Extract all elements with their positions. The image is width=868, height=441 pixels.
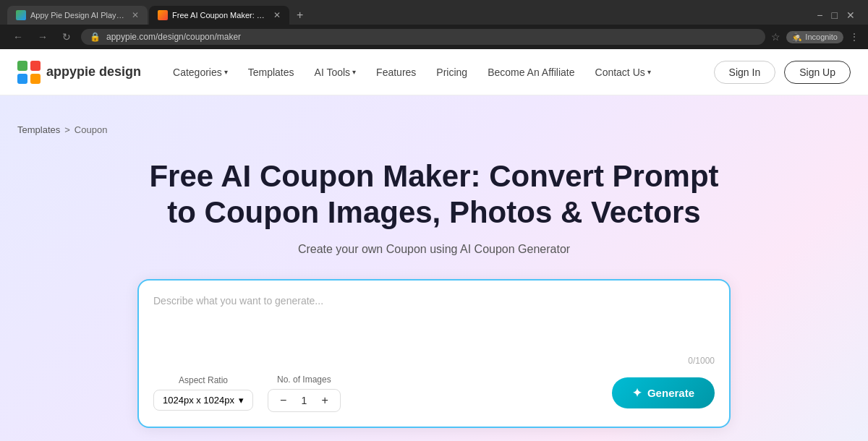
nav-templates[interactable]: Templates	[239, 61, 303, 84]
forward-button[interactable]: →	[33, 30, 52, 44]
aspect-ratio-select[interactable]: 1024px x 1024px ▾	[153, 390, 253, 411]
images-count: 1	[298, 395, 310, 406]
generator-footer: Aspect Ratio 1024px x 1024px ▾ No. of Im…	[153, 374, 715, 412]
tab-favicon-1	[16, 10, 26, 20]
menu-button[interactable]: ⋮	[849, 31, 859, 43]
tab-label-1: Appy Pie Design AI Playground	[30, 11, 124, 20]
aspect-ratio-section: Aspect Ratio 1024px x 1024px ▾	[153, 375, 253, 411]
window-controls: − □ ✕	[817, 9, 861, 21]
svg-rect-2	[17, 74, 27, 84]
breadcrumb-separator: >	[64, 124, 70, 135]
back-button[interactable]: ←	[9, 30, 27, 44]
generate-label: Generate	[647, 387, 694, 399]
minimize-button[interactable]: −	[817, 9, 822, 21]
contact-caret: ▾	[647, 68, 651, 76]
maximize-button[interactable]: □	[832, 9, 838, 21]
browser-addressbar: ← → ↻ 🔒 appypie.com/design/coupon/maker …	[0, 25, 868, 49]
signin-button[interactable]: Sign In	[714, 61, 776, 84]
aspect-ratio-label: Aspect Ratio	[153, 375, 253, 385]
navbar: appypie design Categories ▾ Templates AI…	[0, 49, 868, 95]
images-stepper: − 1 +	[268, 389, 341, 412]
address-text: appypie.com/design/coupon/maker	[106, 32, 757, 42]
aspect-ratio-caret: ▾	[239, 395, 244, 406]
incognito-icon: 🕵	[792, 33, 802, 42]
lock-icon: 🔒	[90, 32, 101, 42]
tab-bar: Appy Pie Design AI Playground ✕ Free AI …	[7, 6, 817, 25]
browser-actions: ☆ 🕵 Incognito ⋮	[771, 31, 859, 43]
nav-links: Categories ▾ Templates AI Tools ▾ Featur…	[164, 61, 691, 84]
svg-rect-1	[30, 61, 41, 71]
address-bar[interactable]: 🔒 appypie.com/design/coupon/maker	[81, 29, 765, 45]
aspect-ratio-value: 1024px x 1024px	[163, 395, 234, 406]
logo-icon	[17, 61, 41, 84]
categories-caret: ▾	[224, 68, 228, 76]
tab-close-1[interactable]: ✕	[132, 10, 139, 20]
breadcrumb-parent[interactable]: Templates	[17, 124, 60, 135]
nav-ai-tools[interactable]: AI Tools ▾	[306, 61, 365, 84]
breadcrumb-current: Coupon	[75, 124, 108, 135]
tab-2[interactable]: Free AI Coupon Maker: Conver... ✕	[149, 6, 289, 25]
logo[interactable]: appypie design	[17, 61, 141, 84]
prompt-textarea[interactable]	[153, 295, 715, 353]
generate-button[interactable]: ✦ Generate	[612, 377, 715, 408]
signup-button[interactable]: Sign Up	[784, 61, 851, 84]
tab-1[interactable]: Appy Pie Design AI Playground ✕	[7, 6, 148, 25]
svg-rect-3	[30, 74, 41, 84]
breadcrumb: Templates > Coupon	[17, 124, 851, 135]
bookmark-button[interactable]: ☆	[771, 31, 780, 43]
new-tab-button[interactable]: +	[291, 6, 309, 25]
hero-title: Free AI Coupon Maker: Convert Prompt to …	[145, 158, 723, 231]
page-content: appypie design Categories ▾ Templates AI…	[0, 49, 868, 441]
nav-pricing[interactable]: Pricing	[427, 61, 476, 84]
incognito-badge: 🕵 Incognito	[786, 31, 843, 43]
incognito-label: Incognito	[805, 33, 838, 41]
increment-button[interactable]: +	[318, 394, 331, 407]
images-section: No. of Images − 1 +	[268, 374, 341, 412]
hero-section: Templates > Coupon Free AI Coupon Maker:…	[0, 95, 868, 441]
tab-label-2: Free AI Coupon Maker: Conver...	[172, 11, 266, 20]
nav-actions: Sign In Sign Up	[714, 61, 851, 84]
svg-rect-0	[17, 61, 27, 71]
generator-card: 0/1000 Aspect Ratio 1024px x 1024px ▾ No…	[137, 279, 731, 428]
close-button[interactable]: ✕	[846, 9, 855, 21]
nav-features[interactable]: Features	[367, 61, 425, 84]
nav-affiliate[interactable]: Become An Affiliate	[479, 61, 583, 84]
ai-tools-caret: ▾	[352, 68, 356, 76]
tab-close-2[interactable]: ✕	[273, 10, 281, 20]
decrement-button[interactable]: −	[277, 394, 289, 407]
nav-categories[interactable]: Categories ▾	[164, 61, 237, 84]
logo-text: appypie design	[46, 64, 141, 80]
reload-button[interactable]: ↻	[58, 30, 75, 44]
images-label: No. of Images	[268, 374, 341, 385]
hero-subtitle: Create your own Coupon using AI Coupon G…	[17, 243, 851, 256]
browser-chrome: Appy Pie Design AI Playground ✕ Free AI …	[0, 0, 868, 49]
browser-titlebar: Appy Pie Design AI Playground ✕ Free AI …	[0, 0, 868, 25]
nav-contact[interactable]: Contact Us ▾	[587, 61, 660, 84]
char-count: 0/1000	[153, 356, 715, 366]
generate-icon: ✦	[632, 386, 642, 400]
tab-favicon-2	[158, 10, 168, 20]
